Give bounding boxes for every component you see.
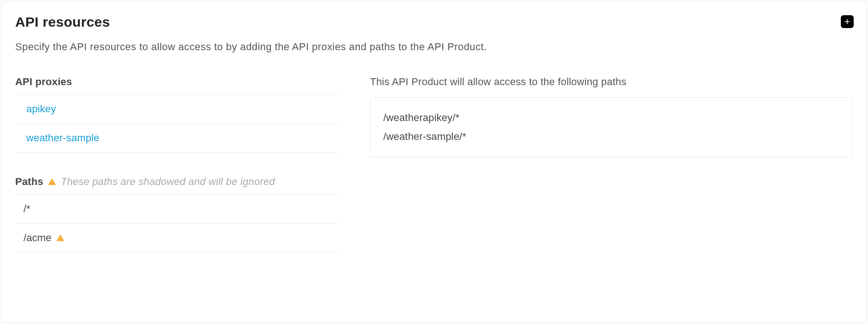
right-column: This API Product will allow access to th…	[370, 76, 853, 253]
paths-warning-note: These paths are shadowed and will be ign…	[61, 176, 275, 188]
page-description: Specify the API resources to allow acces…	[15, 41, 853, 53]
columns: API proxies apikey weather-sample Paths …	[15, 76, 853, 253]
warning-icon	[48, 178, 56, 186]
paths-section: Paths These paths are shadowed and will …	[15, 176, 338, 253]
proxy-name: weather-sample	[26, 132, 100, 144]
path-value: /acme	[23, 232, 52, 244]
page-title: API resources	[15, 14, 110, 30]
paths-heading: Paths These paths are shadowed and will …	[15, 176, 338, 194]
paths-list: /* /acme	[15, 194, 338, 253]
paths-label: Paths	[15, 176, 43, 188]
path-item[interactable]: /*	[15, 195, 338, 224]
allowed-path: /weatherapikey/*	[383, 109, 839, 127]
allowed-paths-heading: This API Product will allow access to th…	[370, 76, 853, 88]
header-row: API resources	[15, 14, 853, 30]
left-column: API proxies apikey weather-sample Paths …	[15, 76, 338, 253]
allowed-path: /weather-sample/*	[383, 127, 839, 146]
proxy-link[interactable]: weather-sample	[15, 124, 338, 153]
path-value: /*	[23, 203, 30, 215]
path-item[interactable]: /acme	[15, 224, 338, 253]
proxy-name: apikey	[26, 103, 56, 115]
plus-icon	[843, 17, 851, 26]
proxy-link[interactable]: apikey	[15, 95, 338, 124]
warning-icon	[56, 234, 65, 242]
add-resource-button[interactable]	[841, 15, 854, 28]
api-resources-panel: API resources Specify the API resources …	[1, 1, 867, 323]
allowed-paths-box: /weatherapikey/* /weather-sample/*	[370, 97, 853, 157]
proxies-list: apikey weather-sample	[15, 94, 338, 153]
proxies-heading: API proxies	[15, 76, 338, 94]
